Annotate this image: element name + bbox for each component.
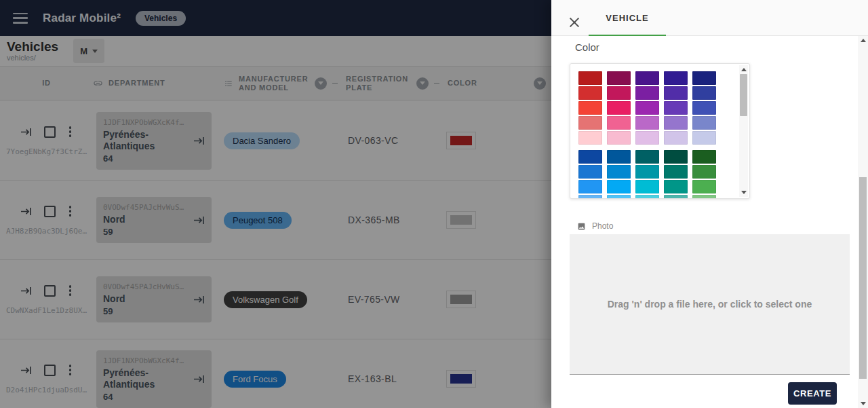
palette-color-swatch[interactable]	[692, 101, 716, 115]
palette-color-swatch[interactable]	[607, 131, 631, 145]
palette-color-swatch[interactable]	[635, 150, 659, 164]
palette-color-swatch[interactable]	[664, 165, 688, 179]
palette-color-swatch[interactable]	[664, 71, 688, 85]
palette-color-swatch[interactable]	[578, 150, 602, 164]
color-field-label: Color	[575, 41, 599, 53]
palette-color-swatch[interactable]	[692, 71, 716, 85]
palette-color-swatch[interactable]	[692, 150, 716, 164]
scrollbar-thumb[interactable]	[740, 74, 747, 116]
palette-color-swatch[interactable]	[607, 150, 631, 164]
active-tab-indicator	[589, 35, 666, 36]
image-icon	[577, 222, 586, 231]
palette-color-swatch[interactable]	[664, 86, 688, 100]
app: Radar Mobile² Vehicles Vehicles vehicles…	[0, 0, 868, 408]
drawer-scrollbar[interactable]	[858, 36, 868, 408]
dropzone-text: Drag 'n' drop a file here, or click to s…	[608, 299, 812, 310]
palette-color-swatch[interactable]	[635, 180, 659, 193]
palette-color-swatch[interactable]	[607, 165, 631, 179]
close-icon[interactable]	[568, 16, 580, 29]
palette-color-swatch[interactable]	[578, 86, 602, 100]
palette-color-swatch[interactable]	[692, 180, 716, 193]
palette-color-swatch[interactable]	[578, 116, 602, 130]
palette-color-swatch[interactable]	[692, 86, 716, 100]
color-swatch-grid	[578, 71, 741, 199]
palette-color-swatch[interactable]	[635, 86, 659, 100]
color-picker	[570, 63, 750, 199]
palette-color-swatch[interactable]	[607, 86, 631, 100]
palette-color-swatch[interactable]	[578, 165, 602, 179]
palette-color-swatch[interactable]	[635, 131, 659, 145]
palette-color-swatch[interactable]	[578, 180, 602, 193]
palette-color-swatch[interactable]	[635, 165, 659, 179]
palette-color-swatch[interactable]	[578, 101, 602, 115]
photo-dropzone[interactable]: Drag 'n' drop a file here, or click to s…	[570, 234, 850, 375]
create-button[interactable]: CREATE	[788, 382, 837, 405]
palette-color-swatch[interactable]	[607, 195, 631, 199]
palette-color-swatch[interactable]	[635, 116, 659, 130]
palette-color-swatch[interactable]	[692, 195, 716, 199]
tab-vehicle[interactable]: VEHICLE	[589, 0, 666, 36]
palette-color-swatch[interactable]	[664, 180, 688, 193]
photo-field: Photo	[577, 221, 613, 231]
palette-color-swatch[interactable]	[664, 131, 688, 145]
palette-color-swatch[interactable]	[607, 180, 631, 193]
palette-color-swatch[interactable]	[692, 165, 716, 179]
palette-color-swatch[interactable]	[578, 195, 602, 199]
scroll-down-icon[interactable]	[741, 191, 747, 194]
color-picker-scrollbar[interactable]	[739, 65, 748, 197]
photo-field-label: Photo	[592, 221, 613, 231]
palette-color-swatch[interactable]	[664, 195, 688, 199]
scrollbar-thumb[interactable]	[859, 177, 867, 379]
palette-color-swatch[interactable]	[607, 71, 631, 85]
palette-color-swatch[interactable]	[664, 150, 688, 164]
palette-color-swatch[interactable]	[578, 131, 602, 145]
palette-color-swatch[interactable]	[578, 71, 602, 85]
palette-color-swatch[interactable]	[692, 131, 716, 145]
palette-color-swatch[interactable]	[607, 116, 631, 130]
create-vehicle-drawer: VEHICLE Color Photo Drag 'n' drop a file…	[551, 0, 868, 408]
palette-color-swatch[interactable]	[635, 101, 659, 115]
scroll-up-icon[interactable]	[861, 39, 866, 42]
drawer-header: VEHICLE	[551, 0, 868, 36]
scroll-down-icon[interactable]	[861, 402, 866, 405]
palette-color-swatch[interactable]	[635, 71, 659, 85]
palette-color-swatch[interactable]	[635, 195, 659, 199]
scroll-up-icon[interactable]	[741, 68, 747, 71]
palette-color-swatch[interactable]	[692, 116, 716, 130]
palette-color-swatch[interactable]	[664, 116, 688, 130]
palette-color-swatch[interactable]	[664, 101, 688, 115]
palette-color-swatch[interactable]	[607, 101, 631, 115]
